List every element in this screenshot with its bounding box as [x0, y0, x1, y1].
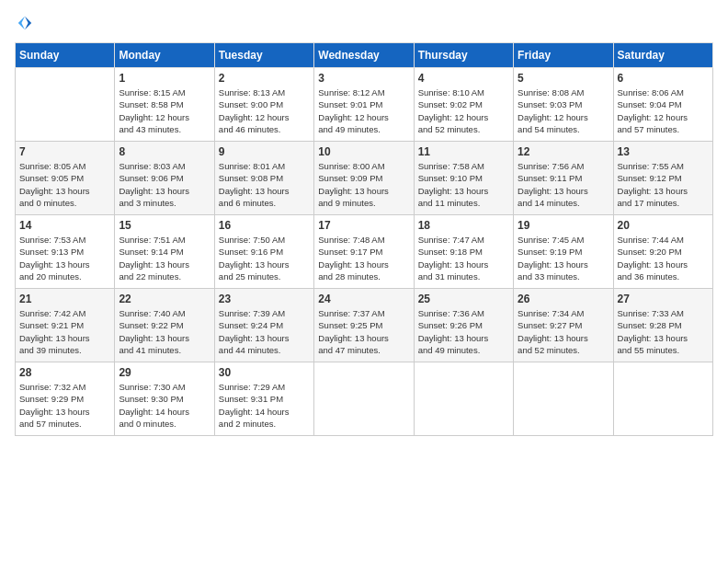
- day-number: 23: [219, 293, 310, 305]
- day-info: Sunrise: 8:10 AMSunset: 9:02 PMDaylight:…: [418, 86, 509, 135]
- day-number: 17: [318, 219, 409, 232]
- day-info: Sunrise: 8:15 AMSunset: 8:58 PMDaylight:…: [119, 86, 210, 135]
- day-info: Sunrise: 8:05 AMSunset: 9:05 PMDaylight:…: [19, 160, 110, 209]
- calendar-cell: 14Sunrise: 7:53 AMSunset: 9:13 PMDayligh…: [16, 215, 115, 289]
- day-number: 5: [518, 72, 609, 85]
- day-info: Sunrise: 7:37 AMSunset: 9:25 PMDaylight:…: [318, 307, 409, 356]
- calendar-body: 1Sunrise: 8:15 AMSunset: 8:58 PMDaylight…: [16, 68, 713, 436]
- page-header: [15, 15, 713, 31]
- calendar-cell: 4Sunrise: 8:10 AMSunset: 9:02 PMDaylight…: [414, 68, 513, 142]
- day-info: Sunrise: 7:58 AMSunset: 9:10 PMDaylight:…: [418, 160, 509, 209]
- calendar-cell: 30Sunrise: 7:29 AMSunset: 9:31 PMDayligh…: [214, 362, 313, 436]
- day-number: 15: [119, 219, 210, 232]
- header-cell-thursday: Thursday: [414, 43, 513, 68]
- day-info: Sunrise: 8:08 AMSunset: 9:03 PMDaylight:…: [518, 86, 609, 135]
- day-info: Sunrise: 8:03 AMSunset: 9:06 PMDaylight:…: [119, 160, 210, 209]
- calendar-cell: 5Sunrise: 8:08 AMSunset: 9:03 PMDaylight…: [514, 68, 613, 142]
- calendar-cell: 25Sunrise: 7:36 AMSunset: 9:26 PMDayligh…: [414, 289, 513, 362]
- day-info: Sunrise: 8:00 AMSunset: 9:09 PMDaylight:…: [318, 160, 409, 209]
- calendar-cell: 26Sunrise: 7:34 AMSunset: 9:27 PMDayligh…: [514, 289, 613, 362]
- day-number: 13: [618, 145, 709, 158]
- day-number: 24: [318, 293, 409, 305]
- calendar-cell: 20Sunrise: 7:44 AMSunset: 9:20 PMDayligh…: [613, 215, 712, 289]
- calendar-cell: 3Sunrise: 8:12 AMSunset: 9:01 PMDaylight…: [314, 68, 414, 142]
- logo-icon: [17, 15, 33, 31]
- day-info: Sunrise: 8:13 AMSunset: 9:00 PMDaylight:…: [219, 86, 310, 135]
- day-number: 4: [418, 72, 509, 85]
- calendar-week-2: 7Sunrise: 8:05 AMSunset: 9:05 PMDaylight…: [16, 142, 713, 215]
- calendar-header: SundayMondayTuesdayWednesdayThursdayFrid…: [16, 43, 713, 68]
- day-info: Sunrise: 8:12 AMSunset: 9:01 PMDaylight:…: [318, 86, 409, 135]
- day-number: 29: [119, 366, 210, 379]
- day-number: 28: [19, 366, 110, 379]
- calendar-cell: 10Sunrise: 8:00 AMSunset: 9:09 PMDayligh…: [314, 142, 414, 215]
- calendar-cell: 8Sunrise: 8:03 AMSunset: 9:06 PMDaylight…: [115, 142, 214, 215]
- day-number: 11: [418, 145, 509, 158]
- day-number: 26: [518, 293, 609, 305]
- calendar-cell: 11Sunrise: 7:58 AMSunset: 9:10 PMDayligh…: [414, 142, 513, 215]
- logo: [15, 15, 33, 31]
- day-number: 3: [318, 72, 409, 85]
- day-number: 30: [219, 366, 310, 379]
- calendar-cell: 15Sunrise: 7:51 AMSunset: 9:14 PMDayligh…: [115, 215, 214, 289]
- day-info: Sunrise: 7:50 AMSunset: 9:16 PMDaylight:…: [219, 234, 310, 282]
- calendar-cell: 21Sunrise: 7:42 AMSunset: 9:21 PMDayligh…: [16, 289, 115, 362]
- day-info: Sunrise: 7:40 AMSunset: 9:22 PMDaylight:…: [119, 307, 210, 356]
- day-info: Sunrise: 7:51 AMSunset: 9:14 PMDaylight:…: [119, 234, 210, 282]
- calendar-week-4: 21Sunrise: 7:42 AMSunset: 9:21 PMDayligh…: [16, 289, 713, 362]
- day-number: 21: [19, 293, 110, 305]
- calendar-cell: 12Sunrise: 7:56 AMSunset: 9:11 PMDayligh…: [514, 142, 613, 215]
- calendar-cell: 23Sunrise: 7:39 AMSunset: 9:24 PMDayligh…: [214, 289, 313, 362]
- day-info: Sunrise: 7:36 AMSunset: 9:26 PMDaylight:…: [418, 307, 509, 356]
- day-info: Sunrise: 7:30 AMSunset: 9:30 PMDaylight:…: [119, 381, 210, 430]
- header-cell-tuesday: Tuesday: [214, 43, 313, 68]
- calendar-cell: 28Sunrise: 7:32 AMSunset: 9:29 PMDayligh…: [16, 362, 115, 436]
- day-number: 27: [618, 293, 709, 305]
- calendar-cell: 1Sunrise: 8:15 AMSunset: 8:58 PMDaylight…: [115, 68, 214, 142]
- day-number: 9: [219, 145, 310, 158]
- day-number: 7: [19, 145, 110, 158]
- calendar-cell: [16, 68, 115, 142]
- calendar-cell: 24Sunrise: 7:37 AMSunset: 9:25 PMDayligh…: [314, 289, 414, 362]
- header-cell-saturday: Saturday: [613, 43, 712, 68]
- day-info: Sunrise: 8:06 AMSunset: 9:04 PMDaylight:…: [618, 86, 709, 135]
- day-number: 14: [19, 219, 110, 232]
- calendar-cell: 7Sunrise: 8:05 AMSunset: 9:05 PMDaylight…: [16, 142, 115, 215]
- day-info: Sunrise: 7:55 AMSunset: 9:12 PMDaylight:…: [618, 160, 709, 209]
- day-info: Sunrise: 7:48 AMSunset: 9:17 PMDaylight:…: [318, 234, 409, 282]
- day-info: Sunrise: 7:42 AMSunset: 9:21 PMDaylight:…: [19, 307, 110, 356]
- day-info: Sunrise: 7:32 AMSunset: 9:29 PMDaylight:…: [19, 381, 110, 430]
- header-cell-wednesday: Wednesday: [314, 43, 414, 68]
- calendar-cell: 2Sunrise: 8:13 AMSunset: 9:00 PMDaylight…: [214, 68, 313, 142]
- day-number: 2: [219, 72, 310, 85]
- day-number: 10: [318, 145, 409, 158]
- calendar-cell: [314, 362, 414, 436]
- day-info: Sunrise: 7:56 AMSunset: 9:11 PMDaylight:…: [518, 160, 609, 209]
- day-number: 25: [418, 293, 509, 305]
- header-cell-sunday: Sunday: [16, 43, 115, 68]
- day-number: 16: [219, 219, 310, 232]
- calendar-cell: [613, 362, 712, 436]
- day-number: 22: [119, 293, 210, 305]
- calendar-week-3: 14Sunrise: 7:53 AMSunset: 9:13 PMDayligh…: [16, 215, 713, 289]
- header-cell-monday: Monday: [115, 43, 214, 68]
- day-info: Sunrise: 7:34 AMSunset: 9:27 PMDaylight:…: [518, 307, 609, 356]
- day-number: 6: [618, 72, 709, 85]
- day-number: 8: [119, 145, 210, 158]
- calendar-cell: 29Sunrise: 7:30 AMSunset: 9:30 PMDayligh…: [115, 362, 214, 436]
- calendar-table: SundayMondayTuesdayWednesdayThursdayFrid…: [15, 42, 713, 436]
- day-info: Sunrise: 7:39 AMSunset: 9:24 PMDaylight:…: [219, 307, 310, 356]
- day-number: 18: [418, 219, 509, 232]
- day-number: 20: [618, 219, 709, 232]
- calendar-cell: 27Sunrise: 7:33 AMSunset: 9:28 PMDayligh…: [613, 289, 712, 362]
- day-info: Sunrise: 7:53 AMSunset: 9:13 PMDaylight:…: [19, 234, 110, 282]
- calendar-cell: 17Sunrise: 7:48 AMSunset: 9:17 PMDayligh…: [314, 215, 414, 289]
- day-number: 19: [518, 219, 609, 232]
- calendar-week-1: 1Sunrise: 8:15 AMSunset: 8:58 PMDaylight…: [16, 68, 713, 142]
- calendar-cell: 19Sunrise: 7:45 AMSunset: 9:19 PMDayligh…: [514, 215, 613, 289]
- calendar-cell: 22Sunrise: 7:40 AMSunset: 9:22 PMDayligh…: [115, 289, 214, 362]
- calendar-cell: 16Sunrise: 7:50 AMSunset: 9:16 PMDayligh…: [214, 215, 313, 289]
- calendar-cell: 18Sunrise: 7:47 AMSunset: 9:18 PMDayligh…: [414, 215, 513, 289]
- calendar-cell: [414, 362, 513, 436]
- day-info: Sunrise: 7:47 AMSunset: 9:18 PMDaylight:…: [418, 234, 509, 282]
